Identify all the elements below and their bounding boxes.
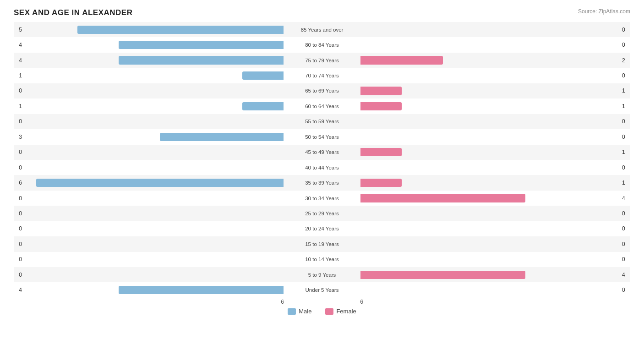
left-section: 0 [14, 114, 285, 129]
age-label: 80 to 84 Years [285, 42, 359, 48]
chart-title: SEX AND AGE IN ALEXANDER [14, 8, 630, 17]
male-bar-wrap [25, 163, 284, 171]
female-bar-wrap [360, 56, 619, 64]
male-bar-wrap [25, 56, 284, 64]
male-bar [242, 102, 284, 110]
male-bar-wrap [25, 194, 284, 202]
female-value: 2 [622, 57, 630, 64]
bars-area: 5 85 Years and over 0 4 80 to 84 Years [14, 22, 630, 298]
age-label: Under 5 Years [285, 287, 359, 293]
male-bar-wrap [25, 271, 284, 279]
male-value: 0 [14, 225, 22, 232]
female-bar-wrap [360, 87, 619, 95]
male-value: 4 [14, 42, 22, 48]
right-section: 0 [359, 206, 630, 221]
age-label: 5 to 9 Years [285, 272, 359, 278]
right-section: 0 [359, 129, 630, 144]
female-bar-wrap [360, 271, 619, 279]
female-bar [360, 56, 443, 64]
legend-male: Male [288, 308, 311, 315]
left-section: 0 [14, 160, 285, 175]
female-bar-wrap [360, 286, 619, 294]
left-section: 1 [14, 98, 285, 114]
bar-row: 0 40 to 44 Years 0 [14, 160, 630, 175]
bar-row: 0 30 to 34 Years 4 [14, 191, 630, 206]
male-bar-wrap [25, 148, 284, 156]
male-value: 1 [14, 72, 22, 79]
age-label: 45 to 49 Years [285, 149, 359, 155]
age-label: 15 to 19 Years [285, 241, 359, 247]
bar-row: 3 50 to 54 Years 0 [14, 129, 630, 144]
right-section: 2 [359, 53, 630, 68]
female-bar [360, 194, 525, 202]
left-section: 0 [14, 83, 285, 98]
male-value: 3 [14, 134, 22, 140]
female-bar-wrap [360, 224, 619, 233]
male-value: 4 [14, 57, 22, 64]
male-swatch [288, 308, 296, 315]
female-value: 0 [622, 27, 630, 33]
right-section: 0 [359, 160, 630, 175]
male-bar-wrap [25, 71, 284, 80]
male-value: 0 [14, 87, 22, 94]
age-label: 60 to 64 Years [285, 104, 359, 109]
female-bar-wrap [360, 117, 619, 126]
left-section: 0 [14, 145, 285, 160]
legend: Male Female [14, 308, 630, 315]
female-bar [360, 271, 525, 279]
chart-container: SEX AND AGE IN ALEXANDER Source: ZipAtla… [0, 0, 644, 339]
male-value: 6 [14, 180, 22, 186]
male-label: Male [299, 308, 311, 315]
male-bar [160, 133, 284, 141]
bar-row: 0 45 to 49 Years 1 [14, 145, 630, 160]
bar-row: 0 55 to 59 Years 0 [14, 114, 630, 129]
right-section: 0 [359, 68, 630, 83]
axis-left: 6 [14, 299, 286, 305]
female-value: 4 [622, 272, 630, 278]
male-bar-wrap [25, 133, 284, 141]
age-label: 35 to 39 Years [285, 180, 359, 186]
bar-row: 1 60 to 64 Years 1 [14, 98, 630, 114]
male-bar [119, 41, 284, 49]
female-value: 0 [622, 118, 630, 125]
female-bar-wrap [360, 255, 619, 263]
male-value: 5 [14, 27, 22, 33]
age-label: 10 to 14 Years [285, 257, 359, 262]
age-label: 40 to 44 Years [285, 165, 359, 170]
left-section: 0 [14, 221, 285, 236]
female-bar-wrap [360, 26, 619, 34]
bar-row: 1 70 to 74 Years 0 [14, 68, 630, 83]
left-section: 4 [14, 37, 285, 52]
left-section: 0 [14, 206, 285, 221]
female-value: 0 [622, 287, 630, 293]
bar-row: 0 10 to 14 Years 0 [14, 252, 630, 267]
female-bar-wrap [360, 240, 619, 248]
male-value: 4 [14, 287, 22, 293]
right-section: 1 [359, 145, 630, 160]
male-value: 0 [14, 256, 22, 262]
male-bar-wrap [25, 87, 284, 95]
left-section: 4 [14, 282, 285, 297]
bar-row: 4 Under 5 Years 0 [14, 282, 630, 297]
left-section: 1 [14, 68, 285, 83]
male-bar-wrap [25, 240, 284, 248]
male-bar-wrap [25, 26, 284, 34]
female-label: Female [336, 308, 356, 315]
male-bar-wrap [25, 286, 284, 294]
female-bar-wrap [360, 209, 619, 218]
axis-row: 6 6 [14, 299, 630, 305]
female-swatch [325, 308, 333, 315]
age-label: 75 to 79 Years [285, 58, 359, 63]
bar-row: 6 35 to 39 Years 1 [14, 175, 630, 190]
axis-right: 6 [358, 299, 630, 305]
left-section: 6 [14, 175, 285, 190]
female-value: 0 [622, 241, 630, 247]
right-section: 0 [359, 236, 630, 252]
female-value: 4 [622, 195, 630, 202]
male-value: 0 [14, 210, 22, 217]
source-text: Source: ZipAtlas.com [578, 8, 630, 15]
bar-row: 0 65 to 69 Years 1 [14, 83, 630, 98]
female-bar-wrap [360, 194, 619, 202]
male-bar-wrap [25, 117, 284, 126]
male-bar-wrap [25, 209, 284, 218]
